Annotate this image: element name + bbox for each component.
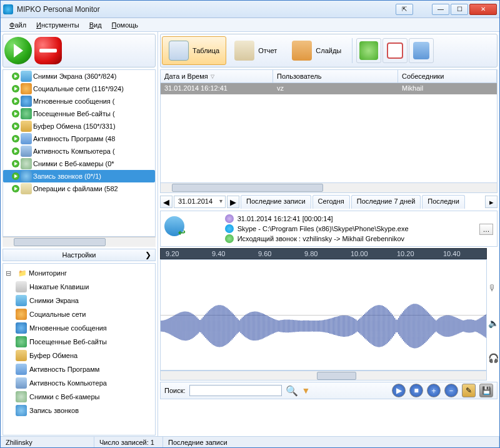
calendar-button[interactable] xyxy=(382,38,408,63)
category-tree[interactable]: Снимки Экрана (360*/824)Социальные сети … xyxy=(2,69,156,237)
settings-item[interactable]: Буфер Обмена xyxy=(4,349,154,362)
settings-header[interactable]: Настройки ❯ xyxy=(2,249,156,261)
volume-icon[interactable]: 🔈 xyxy=(488,318,497,327)
tree-item[interactable]: Снимки Экрана (360*/824) xyxy=(3,70,155,82)
clock-icon xyxy=(225,214,234,223)
tab-today[interactable]: Сегодня xyxy=(312,195,350,209)
date-picker[interactable]: 31.01.2014 xyxy=(174,196,226,208)
date-prev-button[interactable]: ◀ xyxy=(160,196,172,208)
settings-item[interactable]: Нажатые Клавиши xyxy=(4,280,154,294)
play-indicator-icon xyxy=(12,172,19,180)
tab-week[interactable]: Последние 7 дней xyxy=(351,195,421,209)
menu-file[interactable]: Файл xyxy=(4,19,31,31)
tree-item[interactable]: Операции с файлами (582 xyxy=(3,182,155,195)
grid-body[interactable]: 31.01.2014 16:12:41 vz Mikhail xyxy=(160,83,498,183)
view-table-label: Таблица xyxy=(192,47,219,54)
settings-root[interactable]: 📁 Мониторинг xyxy=(4,266,154,280)
tree-item[interactable]: Активность Компьютера ( xyxy=(3,145,155,157)
zoom-in-button[interactable]: ＋ xyxy=(427,384,441,397)
trash-icon xyxy=(413,42,429,59)
ic-clip-icon xyxy=(21,121,32,132)
tree-hscrollbar[interactable] xyxy=(2,237,156,247)
settings-item-label: Социальные сети xyxy=(29,311,86,318)
tabs-overflow-button[interactable]: ▸ xyxy=(485,196,498,208)
tree-item[interactable]: Активность Программ (48 xyxy=(3,132,155,145)
ruler-tick: 10.40 xyxy=(443,250,461,257)
refresh-button[interactable] xyxy=(356,38,381,63)
play-audio-button[interactable]: ▶ xyxy=(392,384,406,397)
edit-button[interactable]: ✎ xyxy=(462,384,476,397)
cell-user: vz xyxy=(273,83,398,94)
tree-item[interactable]: Буфер Обмена (150*/331) xyxy=(3,120,155,132)
tab-latest[interactable]: Последние записи xyxy=(241,195,311,209)
settings-item[interactable]: Снимки Экрана xyxy=(4,294,154,307)
search-label: Поиск: xyxy=(164,387,186,394)
wave-hscrollbar[interactable] xyxy=(160,371,487,381)
settings-item[interactable]: Активность Компьютера xyxy=(4,376,154,390)
tree-item-label: Снимки с Веб-камеры (0* xyxy=(33,160,114,167)
settings-item[interactable]: Снимки с Веб-камеры xyxy=(4,390,154,404)
tree-item[interactable]: Мгновенные сообщения ( xyxy=(3,95,155,107)
tree-item-label: Операции с файлами (582 xyxy=(33,185,118,192)
tree-item[interactable]: Запись звонков (0*/1) xyxy=(3,170,155,182)
tree-item-label: Активность Компьютера ( xyxy=(33,147,115,155)
tree-item-label: Буфер Обмена (150*/331) xyxy=(33,122,116,130)
view-report-label: Отчет xyxy=(258,47,277,54)
menu-help[interactable]: Помощь xyxy=(107,19,144,31)
col-peers[interactable]: Собеседники xyxy=(398,70,497,82)
stop-button[interactable] xyxy=(34,37,62,64)
search-input[interactable] xyxy=(189,385,282,396)
ic-call-icon xyxy=(16,405,27,416)
search-icon[interactable]: 🔍 xyxy=(286,385,298,397)
search-bar: Поиск: 🔍 ▼ ▶ ■ ＋ － ✎ 💾 xyxy=(160,382,498,399)
view-slides-button[interactable]: Слайды xyxy=(285,36,348,65)
play-indicator-icon xyxy=(12,85,19,92)
popout-button[interactable]: ⇱ xyxy=(396,4,413,15)
grid-row[interactable]: 31.01.2014 16:12:41 vz Mikhail xyxy=(161,83,497,94)
date-next-button[interactable]: ▶ xyxy=(227,196,239,208)
start-button[interactable] xyxy=(4,37,32,64)
settings-item[interactable]: Активность Программ xyxy=(4,362,154,376)
col-datetime[interactable]: Дата и Время▽ xyxy=(161,70,273,82)
ic-im-icon xyxy=(16,322,27,334)
ic-keys-icon xyxy=(16,281,27,292)
tree-item[interactable]: Снимки с Веб-камеры (0* xyxy=(3,157,155,170)
play-indicator-icon xyxy=(12,72,19,80)
tab-more[interactable]: Последни xyxy=(422,195,464,209)
maximize-button[interactable]: ☐ xyxy=(451,4,468,15)
ic-file-icon xyxy=(21,183,32,194)
settings-item[interactable]: Мгновенные сообщения xyxy=(4,321,154,335)
ic-prog-icon xyxy=(21,133,32,144)
filter-icon[interactable]: ▼ xyxy=(302,386,311,396)
view-report-button[interactable]: Отчет xyxy=(228,36,284,65)
stop-audio-button[interactable]: ■ xyxy=(409,384,423,397)
settings-item[interactable]: Посещенные Веб-сайты xyxy=(4,335,154,349)
tree-item-label: Посещенные Веб-сайты ( xyxy=(33,110,115,117)
tree-item[interactable]: Социальные сети (116*/924) xyxy=(3,82,155,95)
sort-icon: ▽ xyxy=(211,74,214,79)
more-button[interactable]: … xyxy=(479,224,493,235)
trash-button[interactable] xyxy=(409,38,434,63)
col-user[interactable]: Пользователь xyxy=(273,70,398,82)
menu-tools[interactable]: Инструменты xyxy=(31,19,84,31)
view-table-button[interactable]: Таблица xyxy=(162,36,226,65)
settings-item[interactable]: Запись звонков xyxy=(4,404,154,417)
zoom-out-button[interactable]: － xyxy=(444,384,458,397)
minimize-button[interactable]: — xyxy=(432,4,449,15)
skype-icon xyxy=(225,224,234,233)
save-button[interactable]: 💾 xyxy=(479,384,493,397)
calendar-icon xyxy=(387,42,403,59)
grid-hscrollbar[interactable] xyxy=(160,183,498,193)
tree-item[interactable]: Посещенные Веб-сайты ( xyxy=(3,107,155,120)
menu-bar: Файл Инструменты Вид Помощь xyxy=(1,18,499,32)
close-button[interactable]: ✕ xyxy=(469,4,497,15)
headphone-icon[interactable]: 🎧 xyxy=(488,353,497,362)
waveform-area[interactable] xyxy=(160,259,487,371)
status-count-label: Число записей: xyxy=(99,439,149,446)
menu-view[interactable]: Вид xyxy=(84,19,107,31)
ic-social-icon xyxy=(16,309,27,320)
ruler-tick: 9.40 xyxy=(212,250,225,257)
settings-tree[interactable]: 📁 МониторингНажатые КлавишиСнимки Экрана… xyxy=(2,263,156,436)
settings-item[interactable]: Социальные сети xyxy=(4,307,154,321)
mic-icon[interactable]: 🎙 xyxy=(488,283,497,292)
